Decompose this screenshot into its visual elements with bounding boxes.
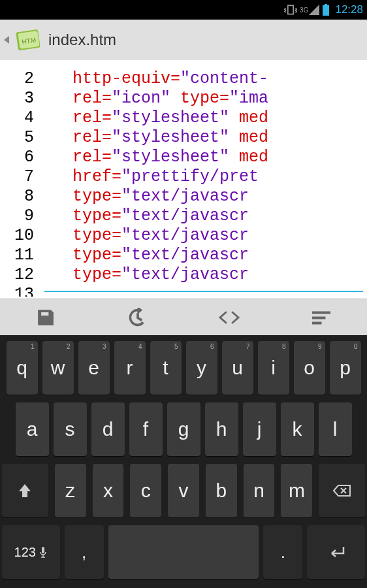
line-number: 8 <box>0 187 34 206</box>
svg-rect-5 <box>312 312 330 314</box>
key-e[interactable]: 3e <box>78 341 110 395</box>
clock: 12:28 <box>335 3 363 16</box>
code-line[interactable]: rel="stylesheet" med <box>40 108 367 128</box>
key-m[interactable]: m <box>281 464 312 517</box>
battery-icon <box>322 4 330 16</box>
menu-button[interactable] <box>276 299 368 335</box>
key-f[interactable]: f <box>129 402 163 456</box>
code-line[interactable]: http-equiv="content- <box>40 69 367 89</box>
line-number: 2 <box>0 69 34 89</box>
symbols-key[interactable]: 123 <box>2 525 60 579</box>
code-line[interactable]: rel="stylesheet" med <box>40 148 367 167</box>
vibrate-icon <box>284 3 297 16</box>
app-header: HTM index.htm <box>0 20 367 60</box>
back-caret-icon[interactable] <box>4 36 9 44</box>
key-z[interactable]: z <box>55 464 86 517</box>
cursor-indicator <box>44 291 363 292</box>
code-line[interactable]: type="text/javascr <box>40 265 367 285</box>
space-key[interactable] <box>108 525 259 579</box>
key-l[interactable]: l <box>319 402 352 456</box>
line-number: 5 <box>0 128 34 148</box>
line-number: 4 <box>0 108 34 128</box>
code-content[interactable]: http-equiv="content- rel="icon" type="im… <box>40 60 367 299</box>
svg-rect-8 <box>42 547 44 553</box>
key-o[interactable]: 9o <box>294 341 325 395</box>
key-n[interactable]: n <box>244 464 275 517</box>
key-h[interactable]: h <box>205 402 238 456</box>
line-number: 10 <box>0 226 34 246</box>
line-number: 6 <box>0 148 34 167</box>
line-number: 12 <box>0 265 34 285</box>
line-gutter: 23456789101112 <box>0 60 40 299</box>
code-line[interactable]: rel="icon" type="ima <box>40 89 367 108</box>
key-k[interactable]: k <box>281 402 314 456</box>
backspace-key[interactable] <box>319 464 365 517</box>
key-a[interactable]: a <box>16 402 49 456</box>
code-line[interactable]: type="text/javascr <box>40 206 367 226</box>
svg-rect-7 <box>312 322 321 324</box>
svg-rect-1 <box>323 5 329 16</box>
filename-title: index.htm <box>48 31 116 49</box>
key-p[interactable]: 0p <box>330 341 361 395</box>
key-c[interactable]: c <box>130 464 161 517</box>
line-number: 13 <box>0 285 40 297</box>
code-line[interactable]: type="text/javascr <box>40 187 367 206</box>
app-icon[interactable]: HTM <box>14 25 43 54</box>
line-number: 7 <box>0 167 34 187</box>
line-number: 3 <box>0 89 34 108</box>
key-q[interactable]: 1q <box>7 341 38 395</box>
key-g[interactable]: g <box>167 402 200 456</box>
comma-key[interactable]: , <box>65 525 104 579</box>
enter-key[interactable] <box>307 525 365 579</box>
key-x[interactable]: x <box>93 464 124 517</box>
key-t[interactable]: 5t <box>150 341 182 395</box>
code-line[interactable]: href="prettify/pret <box>40 167 367 187</box>
editor-toolbar <box>0 299 367 335</box>
shift-key[interactable] <box>2 464 48 517</box>
code-line[interactable]: type="text/javascr <box>40 246 367 265</box>
key-v[interactable]: v <box>168 464 199 517</box>
key-i[interactable]: 8i <box>258 341 289 395</box>
code-line[interactable]: type="text/javascr <box>40 226 367 246</box>
key-b[interactable]: b <box>206 464 237 517</box>
network-indicator: 3G <box>300 5 319 15</box>
key-u[interactable]: 7u <box>222 341 253 395</box>
history-button[interactable] <box>92 299 184 335</box>
key-j[interactable]: j <box>243 402 276 456</box>
svg-rect-0 <box>325 4 327 5</box>
key-y[interactable]: 6y <box>186 341 217 395</box>
code-editor[interactable]: 23456789101112 http-equiv="content- rel=… <box>0 60 367 299</box>
key-s[interactable]: s <box>54 402 87 456</box>
line-number: 9 <box>0 206 34 226</box>
svg-rect-6 <box>312 317 325 319</box>
tags-button[interactable] <box>184 299 276 335</box>
line-number: 11 <box>0 246 34 265</box>
key-d[interactable]: d <box>91 402 125 456</box>
key-w[interactable]: 2w <box>42 341 74 395</box>
save-button[interactable] <box>0 299 92 335</box>
key-r[interactable]: 4r <box>114 341 146 395</box>
period-key[interactable]: . <box>263 525 302 579</box>
code-line[interactable]: rel="stylesheet" med <box>40 128 367 148</box>
soft-keyboard: 1q2w3e4r5t6y7u8i9o0p asdfghjkl zxcvbnm 1… <box>0 335 367 588</box>
status-bar: 3G 12:28 <box>0 0 367 20</box>
